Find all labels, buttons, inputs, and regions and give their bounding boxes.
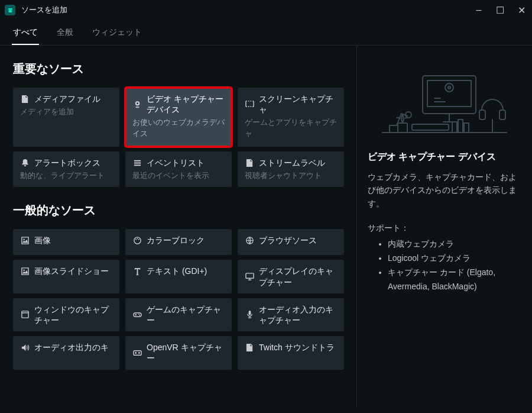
card-title: オーディオ出力のキ [34,342,109,353]
support-item: キャプチャー カード (Elgato, Avermedia, BlackMagi… [388,266,521,294]
globe-icon [245,235,254,245]
card-title: ビデオ キャプチャー デバイス [147,93,225,115]
titlebar: ソースを追加 – ☐ ✕ [0,0,532,20]
source-card[interactable]: ストリームラベル視聴者シャウトアウト [238,151,344,187]
support-label: サポート： [368,223,521,234]
svg-point-20 [445,83,453,92]
support-item: Logicool ウェブカメラ [388,251,521,266]
svg-rect-22 [412,124,449,130]
source-card[interactable]: オーディオ出力のキ [13,336,119,369]
svg-rect-23 [479,110,485,120]
display-icon [245,272,254,282]
illustration [368,54,521,143]
card-title: カラーブロック [147,235,205,246]
window-title: ソースを追加 [21,5,67,15]
card-desc: 視聴者シャウトアウト [245,170,337,181]
svg-rect-18 [423,76,476,114]
card-title: ブラウザソース [259,235,317,246]
card-title: 画像 [34,235,51,246]
text-icon [132,266,142,276]
file-icon [245,158,254,167]
mic-icon [245,310,254,320]
image-icon [20,266,30,276]
svg-rect-19 [427,80,471,107]
card-title: ゲームのキャプチャー [147,304,225,325]
source-card[interactable]: メディアファイルメディアを追加 [13,88,119,147]
tab-1[interactable]: 全般 [56,24,74,45]
card-title: テキスト (GDI+) [147,266,207,276]
card-title: ウィンドウのキャプチャー [34,304,112,325]
maximize-button[interactable]: ☐ [494,5,506,16]
window-icon [20,310,30,320]
svg-point-21 [448,86,450,89]
detail-title: ビデオ キャプチャー デバイス [368,151,521,163]
image-icon [20,235,30,245]
svg-rect-26 [452,122,457,133]
file-icon [245,343,254,352]
source-card[interactable]: ビデオ キャプチャー デバイスお使いのウェブカメラデバイス [125,88,232,147]
speaker-icon [20,343,30,352]
card-title: メディアファイル [34,93,100,104]
detail-desc: ウェブカメラ、キャプチャカード、および他のデバイスからのビデオを表示します。 [368,170,521,210]
card-title: OpenVR キャプチャー [147,342,225,363]
support-item: 内蔵ウェブカメラ [388,237,521,251]
close-button[interactable]: ✕ [515,5,527,16]
card-desc: お使いのウェブカメラデバイス [132,117,225,138]
card-title: イベントリスト [147,157,205,168]
source-card[interactable]: OpenVR キャプチャー [125,336,232,369]
source-card[interactable]: Twitch サウンドトラ [238,336,344,369]
bell-icon [20,158,30,167]
source-card[interactable]: スクリーンキャプチャゲームとアプリをキャプチャ [238,88,344,147]
source-card[interactable]: イベントリスト最近のイベントを表示 [125,151,232,187]
source-card[interactable]: 画像スライドショー [13,260,119,293]
source-panel: 重要なソース メディアファイルメディアを追加ビデオ キャプチャー デバイスお使い… [0,46,357,408]
file-icon [20,94,30,104]
source-card[interactable]: オーディオ入力のキャプチャー [238,298,344,331]
source-card[interactable]: ディスプレイのキャプチャー [238,260,344,293]
source-card[interactable]: 画像 [13,229,119,255]
card-desc: 動的な、ライブアラート [20,170,112,181]
source-card[interactable]: アラートボックス動的な、ライブアラート [13,151,119,187]
svg-rect-27 [458,120,463,133]
card-desc: ゲームとアプリをキャプチャ [245,117,337,138]
tabs: すべて全般ウィジェット [0,20,532,46]
svg-rect-28 [464,123,469,133]
app-icon [5,5,15,15]
detail-panel: ビデオ キャプチャー デバイス ウェブカメラ、キャプチャカード、および他のデバイ… [357,46,532,408]
card-desc: 最近のイベントを表示 [132,170,225,181]
tab-2[interactable]: ウィジェット [91,24,143,45]
card-title: 画像スライドショー [34,266,109,276]
support-list: 内蔵ウェブカメラLogicool ウェブカメラキャプチャー カード (Elgat… [368,237,521,293]
gamepad-icon [132,310,142,320]
card-title: スクリーンキャプチャ [259,93,337,115]
svg-point-17 [406,112,411,118]
tab-0[interactable]: すべて [12,24,39,45]
card-title: Twitch サウンドトラ [259,342,335,353]
card-title: ディスプレイのキャプチャー [259,266,337,287]
webcam-icon [132,99,142,109]
vr-icon [132,348,142,357]
source-card[interactable]: ゲームのキャプチャー [125,298,232,331]
card-title: ストリームラベル [259,157,325,168]
screen-icon [245,99,254,109]
source-card[interactable]: カラーブロック [125,229,232,255]
minimize-button[interactable]: – [473,5,485,16]
svg-rect-24 [499,110,505,120]
common-section-title: 一般的なソース [13,202,346,218]
list-icon [132,158,142,167]
card-title: アラートボックス [34,157,100,168]
palette-icon [132,235,142,245]
card-title: オーディオ入力のキャプチャー [259,304,337,325]
card-desc: メディアを追加 [20,107,112,117]
source-card[interactable]: ブラウザソース [238,229,344,255]
footer: 閉じる ソースを追加 [0,408,532,413]
source-card[interactable]: ウィンドウのキャプチャー [13,298,119,331]
important-section-title: 重要なソース [13,61,346,77]
source-card[interactable]: テキスト (GDI+) [125,260,232,293]
svg-rect-25 [398,123,407,133]
